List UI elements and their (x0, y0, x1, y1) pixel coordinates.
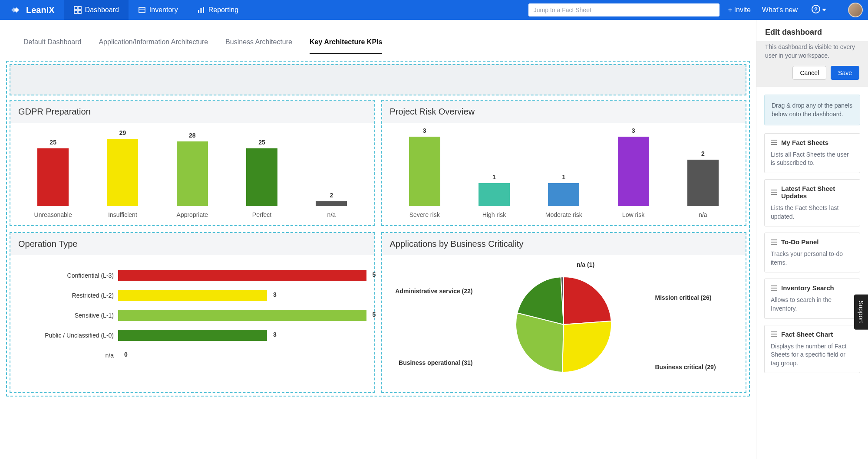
bar-value: 3 (423, 127, 426, 134)
bar-label: Low risk (622, 211, 644, 218)
dashboard-tabs: Default DashboardApplication/Information… (6, 28, 750, 55)
brand-name: LeanIX (26, 5, 55, 15)
top-nav: LeanIX DashboardInventoryReporting + Inv… (0, 0, 868, 20)
avatar[interactable] (848, 3, 863, 17)
help-icon: ? (812, 5, 820, 15)
whats-new-link[interactable]: What's new (762, 6, 798, 14)
grip-icon (771, 239, 777, 245)
dashboard-tab[interactable]: Default Dashboard (23, 38, 81, 54)
bar-label: Unreasonable (34, 211, 72, 218)
hbar-label: Restricted (L-2) (18, 292, 118, 299)
dashboard-tab[interactable]: Key Architecture KPIs (310, 38, 382, 54)
svg-marker-12 (822, 9, 826, 11)
hbar-label: Sensitive (L-1) (18, 312, 118, 319)
dashboard-tab[interactable]: Business Architecture (225, 38, 292, 54)
nav-label: Inventory (149, 6, 178, 14)
bar (246, 148, 277, 206)
brand-logo[interactable]: LeanIX (0, 4, 64, 16)
svg-rect-7 (198, 10, 199, 13)
support-tab[interactable]: Support (854, 295, 868, 330)
hbar-value: 0 (124, 351, 128, 358)
bar-label: Severe risk (409, 211, 440, 218)
pie-label: Mission critical (26) (655, 294, 712, 301)
bar-label: High risk (482, 211, 506, 218)
bar-value: 1 (492, 174, 496, 180)
panel-item-title: Latest Fact Sheet Updates (781, 185, 854, 200)
bar-label: Perfect (252, 211, 271, 218)
edit-panel-title: Edit dashboard (756, 20, 868, 41)
grip-icon (771, 190, 777, 195)
bar (107, 139, 138, 206)
bar-value: 25 (50, 139, 56, 146)
bar (687, 160, 719, 206)
help-menu[interactable]: ? (809, 5, 829, 15)
svg-rect-6 (139, 7, 145, 13)
nav-inventory[interactable]: Inventory (129, 0, 188, 20)
panel-library-item[interactable]: Latest Fact Sheet UpdatesLists the Fact … (764, 179, 860, 226)
panel-item-desc: Allows to search in the Inventory. (771, 296, 854, 313)
panel-title: Applications by Business Criticality (382, 233, 746, 255)
panel-library-item[interactable]: My Fact SheetsLists all Fact Sheets the … (764, 133, 860, 173)
dashboard-icon (74, 6, 82, 14)
panel-item-desc: Lists the Fact Sheets last updated. (771, 204, 854, 221)
hbar (118, 270, 366, 281)
bar-label: n/a (699, 211, 707, 218)
bar-value: 29 (119, 129, 126, 136)
hbar-value: 5 (373, 271, 376, 278)
nav-reporting[interactable]: Reporting (188, 0, 248, 20)
bar-value: 2 (701, 150, 705, 157)
bar-column: 3Low risk (598, 127, 668, 218)
panel-gdpr[interactable]: GDPR Preparation 25Unreasonable29Insuffi… (10, 100, 375, 226)
bar (548, 183, 579, 206)
dashboard-tab[interactable]: Application/Information Architecture (99, 38, 208, 54)
panel-criticality[interactable]: Applications by Business Criticality Mis… (381, 232, 747, 393)
hbar-label: n/a (18, 352, 118, 359)
panel-library: My Fact SheetsLists all Fact Sheets the … (756, 133, 868, 374)
panel-optype[interactable]: Operation Type Confidential (L-3)5Restri… (10, 232, 375, 393)
svg-rect-9 (203, 7, 204, 13)
panel-library-item[interactable]: Inventory SearchAllows to search in the … (764, 279, 860, 318)
bar-value: 3 (632, 127, 635, 134)
bar-value: 25 (258, 139, 265, 146)
bar-column: 29Insufficient (88, 129, 157, 218)
svg-text:?: ? (814, 6, 818, 13)
panel-risk[interactable]: Project Risk Overview 3Severe risk1High … (381, 100, 747, 226)
hbar-chart: Confidential (L-3)5Restricted (L-2)3Sens… (18, 264, 366, 365)
bar-column: 1Moderate risk (529, 174, 598, 218)
panel-item-title: Inventory Search (781, 284, 834, 292)
bar-value: 2 (330, 192, 333, 199)
panel-item-desc: Tracks your personal to-do items. (771, 250, 854, 267)
panel-library-item[interactable]: To-Do PanelTracks your personal to-do it… (764, 233, 860, 272)
edit-dashboard-panel: Edit dashboard This dashboard is visible… (756, 20, 868, 459)
drag-drop-tip: Drag & drop any of the panels below onto… (764, 95, 860, 125)
panel-library-item[interactable]: Fact Sheet ChartDisplays the number of F… (764, 325, 860, 374)
grip-icon (771, 140, 777, 145)
save-button[interactable]: Save (831, 66, 859, 80)
nav-label: Reporting (208, 6, 238, 14)
svg-rect-2 (74, 7, 77, 10)
svg-rect-3 (78, 7, 81, 10)
invite-link[interactable]: + Invite (728, 6, 751, 14)
pie-label: Business critical (29) (655, 364, 716, 370)
nav-dashboard[interactable]: Dashboard (64, 0, 129, 20)
hbar-row: n/a0 (18, 345, 366, 365)
right-links: + Invite What's new ? (728, 3, 863, 17)
dashboard-dropzone[interactable]: GDPR Preparation 25Unreasonable29Insuffi… (6, 61, 750, 397)
cancel-button[interactable]: Cancel (792, 66, 826, 80)
bar-label: Appropriate (177, 211, 208, 218)
nav-label: Dashboard (85, 6, 119, 14)
panel-item-desc: Lists all Fact Sheets the user is subscr… (771, 151, 854, 167)
bar-column: 28Appropriate (158, 132, 227, 218)
empty-drop-slot[interactable] (10, 64, 746, 95)
panel-title: GDPR Preparation (10, 101, 374, 123)
hbar-row: Sensitive (L-1)5 (18, 305, 366, 325)
search-input[interactable] (528, 3, 719, 16)
bar-chart: 25Unreasonable29Insufficient28Appropriat… (18, 131, 366, 218)
edit-visibility-note: This dashboard is visible to every user … (765, 41, 859, 60)
hbar-label: Public / Unclassified (L-0) (18, 332, 118, 339)
bar (618, 137, 649, 206)
bar (316, 201, 347, 206)
pie-label: Administrative service (22) (395, 288, 472, 295)
hbar-track: 3 (118, 290, 366, 301)
pie-label: n/a (1) (577, 261, 594, 268)
